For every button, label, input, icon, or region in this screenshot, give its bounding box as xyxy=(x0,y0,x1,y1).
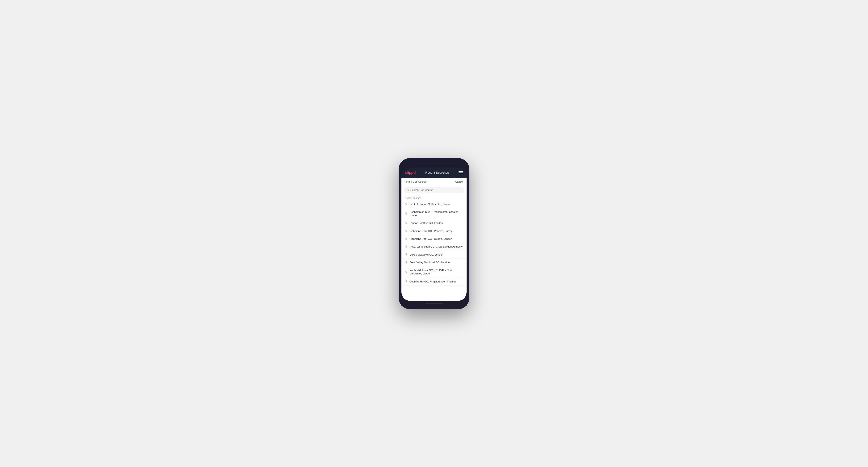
nearby-section: Nearby courses Central London Golf Centr… xyxy=(401,195,467,301)
nearby-section-header: Nearby courses xyxy=(401,195,467,200)
search-input[interactable] xyxy=(410,189,461,191)
phone-screen: clippd Recent Searches Find a Golf Cours… xyxy=(401,167,467,301)
course-list-item[interactable]: Richmond Park GC - Duke's, London xyxy=(401,235,467,243)
course-list: Central London Golf Centre, London Roeha… xyxy=(401,200,467,286)
location-pin-icon xyxy=(405,222,408,224)
hamburger-line-1 xyxy=(459,171,463,172)
course-name: North Middlesex GC (1011942 - North Midd… xyxy=(409,269,463,275)
app-logo: clippd xyxy=(405,170,415,175)
course-name: London Scottish GC, London xyxy=(409,221,443,225)
course-name: Roehampton Club - Roehampton, Greater Lo… xyxy=(409,210,463,217)
home-indicator-area xyxy=(401,301,467,306)
course-list-item[interactable]: Brent Valley Municipal GC, London xyxy=(401,259,467,267)
course-list-item[interactable]: North Middlesex GC (1011942 - North Midd… xyxy=(401,267,467,278)
course-list-item[interactable]: Coombe Hill GC, Kingston upon Thames xyxy=(401,278,467,285)
location-pin-icon xyxy=(405,245,408,248)
course-name: Richmond Park GC - Prince's, Surrey xyxy=(409,229,453,233)
notch xyxy=(425,162,443,166)
location-pin-icon xyxy=(405,238,408,240)
main-content: Find a Golf Course Cancel Nearby xyxy=(401,178,467,301)
app-header: clippd Recent Searches xyxy=(401,167,467,178)
location-pin-icon xyxy=(405,261,408,264)
location-pin-icon xyxy=(405,212,408,215)
course-list-item[interactable]: Central London Golf Centre, London xyxy=(401,200,467,208)
course-list-item[interactable]: Royal Wimbledon GC, Great London Authori… xyxy=(401,243,467,251)
course-name: Royal Wimbledon GC, Great London Authori… xyxy=(409,245,463,248)
svg-line-1 xyxy=(408,190,409,191)
home-bar xyxy=(425,303,443,304)
course-list-item[interactable]: Dukes Meadows GC, London xyxy=(401,251,467,259)
course-name: Central London Golf Centre, London xyxy=(409,203,451,206)
location-pin-icon xyxy=(405,253,408,256)
app-header-title: Recent Searches xyxy=(425,171,449,175)
location-pin-icon xyxy=(405,271,408,273)
course-list-item[interactable]: Roehampton Club - Roehampton, Greater Lo… xyxy=(401,208,467,219)
find-header: Find a Golf Course Cancel xyxy=(401,178,467,185)
notch-area xyxy=(401,161,467,167)
course-name: Brent Valley Municipal GC, London xyxy=(409,261,450,264)
course-name: Richmond Park GC - Duke's, London xyxy=(409,237,452,241)
course-list-item[interactable]: Richmond Park GC - Prince's, Surrey xyxy=(401,227,467,235)
course-list-item[interactable]: London Scottish GC, London xyxy=(401,219,467,227)
cancel-button[interactable]: Cancel xyxy=(455,180,463,183)
location-pin-icon xyxy=(405,229,408,232)
location-pin-icon xyxy=(405,280,408,283)
hamburger-line-3 xyxy=(459,174,463,174)
hamburger-line-2 xyxy=(459,173,463,173)
find-label: Find a Golf Course xyxy=(405,180,427,183)
search-box xyxy=(404,187,464,193)
phone-device: clippd Recent Searches Find a Golf Cours… xyxy=(399,158,469,309)
search-icon xyxy=(407,189,409,191)
location-pin-icon xyxy=(405,203,408,205)
course-name: Dukes Meadows GC, London xyxy=(409,253,443,256)
course-name: Coombe Hill GC, Kingston upon Thames xyxy=(409,280,457,283)
hamburger-menu-button[interactable] xyxy=(459,171,463,174)
search-container xyxy=(401,185,467,195)
